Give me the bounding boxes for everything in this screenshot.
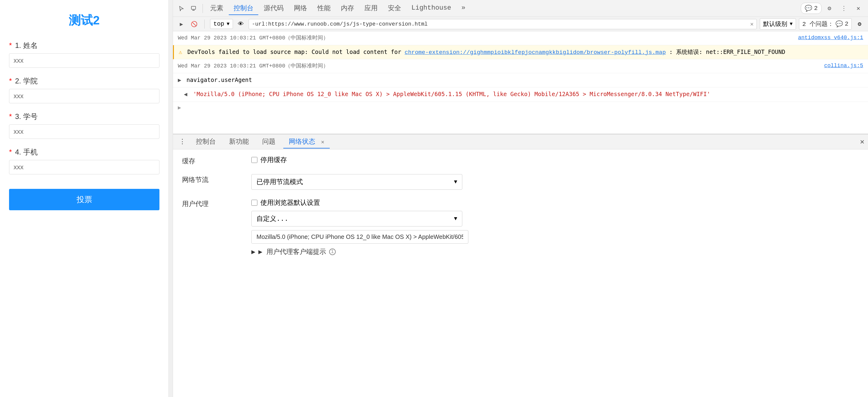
bottom-panel-content: 缓存 停用缓存 网络节流 已停用节流模式 ▼ (173, 150, 868, 271)
input-name[interactable] (9, 53, 159, 68)
log-entry-string: ◀ 'Mozilla/5.0 (iPhone; CPU iPhone OS 12… (173, 87, 868, 102)
console-gear-icon[interactable]: ⚙ (855, 19, 864, 29)
tab-security[interactable]: 安全 (383, 2, 406, 15)
collapse-icon[interactable]: ◀ (184, 91, 187, 98)
bottom-panel-tabs: ⋮ 控制台 新功能 问题 网络状态 ✕ ✕ (173, 134, 868, 150)
log-more: ▶ (173, 102, 868, 113)
toolbar-separator-1 (203, 4, 203, 13)
setting-row-cache: 缓存 停用缓存 (182, 156, 859, 166)
log-warning-link[interactable]: chrome-extension://gighmmpioibklfepjocna… (405, 49, 666, 56)
input-phone[interactable] (9, 160, 159, 174)
bottom-panel-close-icon[interactable]: ✕ (860, 137, 864, 146)
log-warning-text: DevTools failed to load source map: Coul… (187, 48, 405, 55)
tab-more[interactable]: » (457, 2, 470, 14)
submit-button[interactable]: 投票 (9, 189, 159, 210)
tab-elements[interactable]: 元素 (205, 2, 228, 15)
svg-rect-0 (191, 6, 195, 9)
useragent-control: 使用浏览器默认设置 自定义... ▼ ▶ ▶ 用户代理客户端提示 i (251, 198, 859, 256)
throttle-control: 已停用节流模式 ▼ (251, 174, 859, 190)
throttle-selected-value: 已停用节流模式 (256, 177, 303, 187)
throttle-select[interactable]: 已停用节流模式 ▼ (251, 174, 462, 190)
throttle-arrow-icon: ▼ (454, 179, 457, 185)
log-string-value: 'Mozilla/5.0 (iPhone; CPU iPhone OS 12_0… (193, 91, 710, 97)
tab-network[interactable]: 网络 (289, 2, 312, 15)
tab-close-icon[interactable]: ✕ (321, 139, 324, 145)
console-sep (204, 20, 205, 29)
field-name: * 1. 姓名 (9, 41, 159, 68)
device-icon[interactable] (188, 3, 199, 14)
tab-memory[interactable]: 内存 (336, 2, 359, 15)
bottom-tab-console[interactable]: 控制台 (190, 135, 221, 148)
field-label-college: * 2. 学院 (9, 76, 159, 86)
svg-rect-1 (192, 10, 195, 10)
tab-source[interactable]: 源代码 (259, 2, 288, 15)
bottom-tab-issues[interactable]: 问题 (257, 135, 281, 148)
log-entry-3: collina.js:5 Wed Mar 29 2023 10:03:21 GM… (173, 59, 868, 73)
required-star-phone: * (9, 148, 12, 156)
log-source-3[interactable]: collina.js:5 (824, 62, 863, 70)
custom-useragent-arrow: ▼ (454, 216, 457, 222)
info-icon[interactable]: i (329, 249, 336, 255)
bottom-tab-network-status[interactable]: 网络状态 ✕ (283, 135, 330, 148)
custom-useragent-select[interactable]: 自定义... ▼ (251, 211, 462, 227)
field-label-text-name: 1. 姓名 (15, 41, 38, 49)
useragent-label: 用户代理 (182, 198, 242, 208)
client-hints-label: ▶ 用户代理客户端提示 (258, 247, 326, 256)
log-entry-warning: ⚠ DevTools failed to load source map: Co… (173, 45, 868, 60)
input-college[interactable] (9, 89, 159, 103)
more-options-icon[interactable]: ⋮ (838, 3, 849, 14)
issues-button[interactable]: 💬 2 (801, 3, 822, 14)
field-label-name: * 1. 姓名 (9, 41, 159, 50)
clear-filter-icon[interactable]: ✕ (750, 21, 753, 28)
field-label-student-id: * 3. 学号 (9, 112, 159, 121)
client-hints-row: ▶ ▶ 用户代理客户端提示 i (251, 247, 859, 256)
filter-level-select[interactable]: 默认级别 ▼ (760, 19, 796, 30)
url-filter-input[interactable]: -url:https://www.runoob.com/js/js-type-c… (249, 19, 757, 29)
tab-performance[interactable]: 性能 (313, 2, 336, 15)
log-timestamp-1: Wed Mar 29 2023 10:03:21 GMT+0800（中国标准时间… (178, 35, 329, 41)
tab-application[interactable]: 应用 (360, 2, 382, 15)
disable-cache-row: 停用缓存 (251, 156, 859, 164)
throttle-label: 网络节流 (182, 174, 242, 184)
field-label-phone: * 4. 手机 (9, 147, 159, 157)
cursor-icon[interactable] (176, 3, 187, 14)
setting-row-useragent: 用户代理 使用浏览器默认设置 自定义... ▼ ▶ ▶ 用户代理客户端提示 i (182, 198, 859, 256)
context-select[interactable]: top ▼ (210, 19, 233, 29)
form-title: 测试2 (9, 12, 159, 29)
disable-cache-checkbox[interactable] (251, 157, 257, 163)
client-hints-expand-icon[interactable]: ▶ (251, 248, 255, 256)
devtools-tabs: 元素 控制台 源代码 网络 性能 内存 应用 安全 (205, 2, 470, 15)
devtools-tab-bar: 元素 控制台 源代码 网络 性能 内存 应用 安全 (173, 0, 868, 17)
field-label-text-student-id: 3. 学号 (15, 112, 38, 121)
console-filter-bar: ▶ 🚫 top ▼ 👁 -url:https://www.runoob.com/… (173, 17, 868, 31)
devtools-panel: 元素 控制台 源代码 网络 性能 内存 应用 安全 (173, 0, 868, 397)
tab-console[interactable]: 控制台 (229, 2, 258, 15)
field-label-text-phone: 4. 手机 (15, 148, 38, 156)
use-browser-default-row: 使用浏览器默认设置 (251, 198, 859, 207)
bottom-tab-new-features[interactable]: 新功能 (224, 135, 254, 148)
setting-row-throttle: 网络节流 已停用节流模式 ▼ (182, 174, 859, 190)
toolbar-right: 💬 2 ⚙ ⋮ ✕ (801, 3, 865, 14)
field-label-text-college: 2. 学院 (15, 77, 38, 85)
use-browser-default-checkbox[interactable] (251, 200, 257, 206)
run-icon[interactable]: ▶ (177, 19, 186, 29)
issues-badge[interactable]: 2 个问题： 💬 2 (799, 19, 852, 30)
log-warning-text2: : 系统错误: net::ERR_FILE_NOT_FOUND (669, 48, 785, 55)
required-star-college: * (9, 77, 12, 85)
tab-lighthouse[interactable]: Lighthouse (407, 2, 456, 14)
eye-icon[interactable]: 👁 (236, 19, 246, 29)
input-student-id[interactable] (9, 124, 159, 139)
form-panel: 测试2 * 1. 姓名 * 2. 学院 * 3. 学号 * 4. 手机 投票 (0, 0, 169, 397)
use-browser-default-label: 使用浏览器默认设置 (260, 198, 320, 207)
bottom-dots-icon[interactable]: ⋮ (177, 138, 188, 146)
log-entry-1: antidomxss_v640.js:1 Wed Mar 29 2023 10:… (173, 31, 868, 45)
expand-icon[interactable]: ▶ (178, 77, 181, 84)
log-source-1[interactable]: antidomxss_v640.js:1 (798, 34, 863, 42)
clear-icon[interactable]: 🚫 (189, 19, 199, 29)
settings-icon[interactable]: ⚙ (824, 3, 835, 14)
field-college: * 2. 学院 (9, 76, 159, 103)
useragent-input[interactable] (251, 230, 468, 244)
console-log-area: antidomxss_v640.js:1 Wed Mar 29 2023 10:… (173, 31, 868, 134)
close-devtools-icon[interactable]: ✕ (853, 3, 864, 14)
warning-icon: ⚠ (179, 49, 182, 56)
